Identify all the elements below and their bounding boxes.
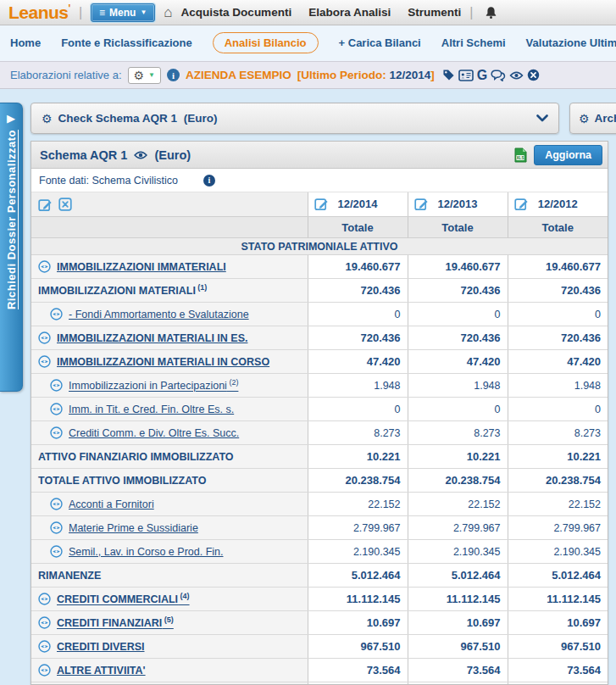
footnote-ref: (2)	[227, 378, 239, 387]
check-schema-title: Check Schema AQR 1 (Euro)	[58, 112, 218, 125]
divider: |	[469, 5, 473, 20]
row-label[interactable]: - Fondi Ammortamento e Svalutazione	[69, 309, 249, 320]
edit-icon[interactable]	[514, 197, 529, 211]
settings-dropdown[interactable]: ⚙ ▼	[128, 67, 161, 84]
row-label[interactable]: Immobilizzazioni in Partecipazioni (2)	[69, 378, 238, 392]
row-label-cell: IMMOBILIZZAZIONI MATERIALI IN ES.	[31, 326, 308, 350]
id-card-icon[interactable]	[458, 70, 474, 81]
period-header-cell: 12/2012	[508, 192, 608, 217]
info-icon[interactable]: i	[203, 175, 215, 187]
value-cell: 8.273	[408, 421, 508, 445]
eye-icon[interactable]	[134, 150, 147, 160]
table-row: Semil., Lav. in Corso e Prod. Fin.2.190.…	[31, 540, 608, 564]
topnav-item[interactable]: Strumenti	[408, 6, 461, 19]
eye-icon[interactable]	[38, 664, 51, 677]
footnote-ref: (1)	[196, 283, 208, 292]
value-cell: 20.238.754	[508, 469, 608, 493]
menu-button[interactable]: ≡ Menu ▼	[91, 3, 155, 22]
nav-tab-valutazione-ultimo-periodo[interactable]: Valutazione Ultimo Periodo	[526, 33, 616, 49]
eye-icon[interactable]	[50, 308, 63, 320]
eye-icon[interactable]	[38, 593, 51, 605]
eye-icon[interactable]	[509, 70, 524, 81]
expand-arrow-icon[interactable]: ▶	[7, 112, 15, 125]
gear-icon: ⚙	[579, 113, 590, 125]
eye-icon[interactable]	[50, 545, 63, 558]
dossier-side-tab[interactable]: ▶ Richiedi Dossier Personalizzato	[0, 103, 23, 392]
eye-icon[interactable]	[50, 426, 63, 439]
update-button[interactable]: Aggiorna	[534, 145, 602, 165]
value-cell: 0	[308, 682, 408, 685]
hamburger-icon: ≡	[99, 7, 105, 19]
value-cell: 1.948	[308, 374, 408, 398]
eye-icon[interactable]	[50, 379, 63, 392]
nav-tab-home[interactable]: Home	[10, 33, 41, 49]
row-label[interactable]: Semil., Lav. in Corso e Prod. Fin.	[69, 546, 223, 558]
archive-bar[interactable]: ⚙ Archivio	[569, 103, 616, 134]
company-name[interactable]: AZIENDA ESEMPIO	[186, 69, 291, 81]
row-label[interactable]: IMMOBILIZZAZIONI MATERIALI IN ES.	[57, 332, 247, 344]
tag-icon[interactable]	[442, 69, 455, 81]
topnav-item[interactable]: Acquista Documenti	[181, 6, 292, 19]
row-label[interactable]: CREDITI DIVERSI	[57, 641, 145, 653]
value-cell: 11.112.145	[308, 588, 408, 611]
row-label[interactable]: IMMOBILIZZAZIONI MATERIALI IN CORSO	[57, 356, 269, 368]
nav-tab--carica-bilanci[interactable]: + Carica Bilanci	[339, 33, 421, 49]
eye-icon[interactable]	[50, 498, 63, 510]
edit-icon[interactable]	[314, 197, 329, 211]
comments-icon[interactable]	[491, 70, 506, 81]
chevron-down-icon[interactable]	[536, 114, 548, 122]
value-cell: 2.799.967	[308, 516, 408, 540]
value-cell: 0	[308, 303, 408, 326]
value-cell: 720.436	[308, 326, 408, 350]
section-title: STATO PATRIMONIALE ATTIVO	[31, 238, 608, 255]
row-label[interactable]: Acconti a Fornitori	[69, 498, 154, 510]
row-label[interactable]: ALTRE ATTIVIITA'	[57, 665, 146, 677]
value-cell: 0	[408, 398, 508, 421]
row-label[interactable]: CREDITI FINANZIARI (5)	[57, 615, 174, 629]
eye-icon[interactable]	[50, 521, 63, 534]
eye-icon[interactable]	[38, 355, 51, 368]
dossier-tab-label[interactable]: Richiedi Dossier Personalizzato	[5, 130, 18, 309]
row-label-cell: - Fondi Ammortamento e Svalutazione	[31, 303, 308, 326]
eye-icon[interactable]	[38, 640, 51, 653]
eye-icon[interactable]	[38, 331, 51, 344]
value-cell: 47.420	[408, 350, 508, 374]
eye-icon[interactable]	[38, 616, 51, 629]
main-nav: HomeFonte e RiclassificazioneAnalisi Bil…	[0, 25, 616, 61]
close-circle-icon[interactable]	[527, 69, 540, 81]
top-nav: Acquista DocumentiElabora AnalisiStrumen…	[181, 6, 462, 19]
check-schema-bar[interactable]: ⚙ Check Schema AQR 1 (Euro)	[31, 103, 559, 134]
info-icon[interactable]: i	[167, 69, 180, 81]
row-label[interactable]: Crediti Comm. e Div. Oltre Es. Succ.	[69, 427, 239, 439]
leanus-logo[interactable]: Leanus'	[8, 3, 70, 23]
table-row: RIMANENZE5.012.4645.012.4645.012.464	[31, 564, 608, 588]
google-icon[interactable]: G	[477, 69, 487, 82]
value-cell: 5.012.464	[508, 564, 608, 588]
subheader-cell: Totale	[508, 217, 608, 238]
bell-icon[interactable]	[485, 6, 497, 19]
row-label: TOTALE ATTIVO IMMOBILIZZATO	[38, 475, 206, 487]
eye-icon[interactable]	[50, 403, 63, 415]
delete-column-icon[interactable]	[58, 198, 72, 211]
value-cell: 11.112.145	[508, 588, 608, 611]
row-label[interactable]: IMMOBILIZZAZIONI IMMATERIALI	[57, 261, 226, 273]
row-label-cell: CREDITI FINANZIARI (5)	[31, 611, 308, 635]
value-cell: 11.112.145	[408, 588, 508, 611]
topnav-item[interactable]: Elabora Analisi	[308, 6, 391, 19]
nav-tab-analisi-bilancio[interactable]: Analisi Bilancio	[213, 32, 319, 53]
nav-tab-altri-schemi[interactable]: Altri Schemi	[441, 33, 506, 49]
caret-down-icon: ▼	[140, 8, 147, 16]
data-source-label: Fonte dati: Schema Civilistico	[39, 175, 178, 187]
row-label[interactable]: Materie Prime e Sussidiarie	[69, 522, 198, 534]
row-label[interactable]: CREDITI COMMERCIALI (4)	[57, 592, 190, 605]
eye-icon[interactable]	[38, 260, 51, 273]
edit-icon[interactable]	[414, 197, 429, 211]
row-label[interactable]: Imm. in Tit. e Cred. Fin. Oltre Es. s.	[69, 404, 234, 415]
value-cell: 8.273	[508, 421, 608, 445]
home-icon[interactable]: ⌂	[164, 5, 172, 19]
last-period: [Ultimo Periodo: 12/2014]	[297, 69, 435, 81]
nav-tab-fonte-e-riclassificazione[interactable]: Fonte e Riclassificazione	[61, 33, 192, 49]
edit-icon[interactable]	[38, 198, 53, 212]
excel-export-icon[interactable]: XLS	[513, 148, 527, 163]
value-cell: 2.799.967	[408, 516, 508, 540]
